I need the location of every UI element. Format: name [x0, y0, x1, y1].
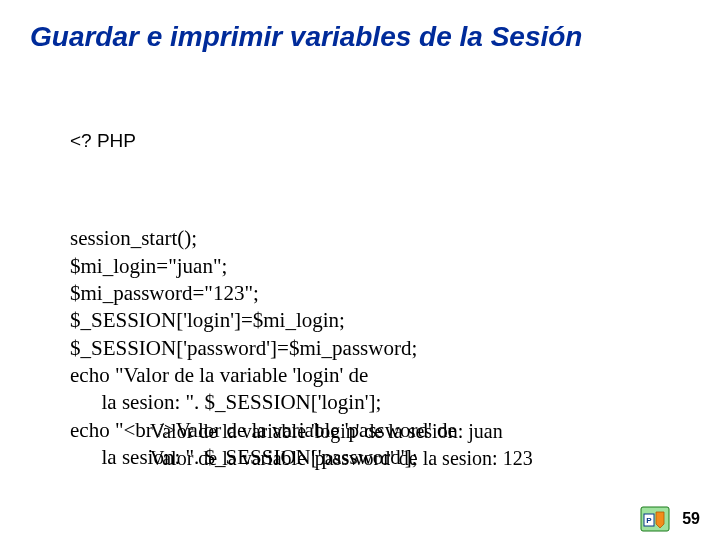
page-number: 59: [682, 510, 700, 528]
svg-text:P: P: [646, 516, 652, 525]
output-line-1-label: Valor de la variable 'login' de la sesio…: [150, 420, 468, 442]
php-open-tag: <? PHP: [70, 129, 590, 154]
output-line-2-label: Valor de la variable 'password' de la se…: [150, 447, 503, 469]
logo-icon: P: [640, 506, 670, 532]
output-line-1-value: juan: [468, 420, 502, 442]
slide: Guardar e imprimir variables de la Sesió…: [0, 0, 720, 540]
output-box: Valor de la variable 'login' de la sesio…: [150, 418, 620, 472]
slide-title: Guardar e imprimir variables de la Sesió…: [30, 20, 690, 54]
output-line-2: Valor de la variable 'password' de la se…: [150, 445, 620, 472]
output-line-1: Valor de la variable 'login' de la sesio…: [150, 418, 620, 445]
output-line-2-value: 123: [503, 447, 533, 469]
